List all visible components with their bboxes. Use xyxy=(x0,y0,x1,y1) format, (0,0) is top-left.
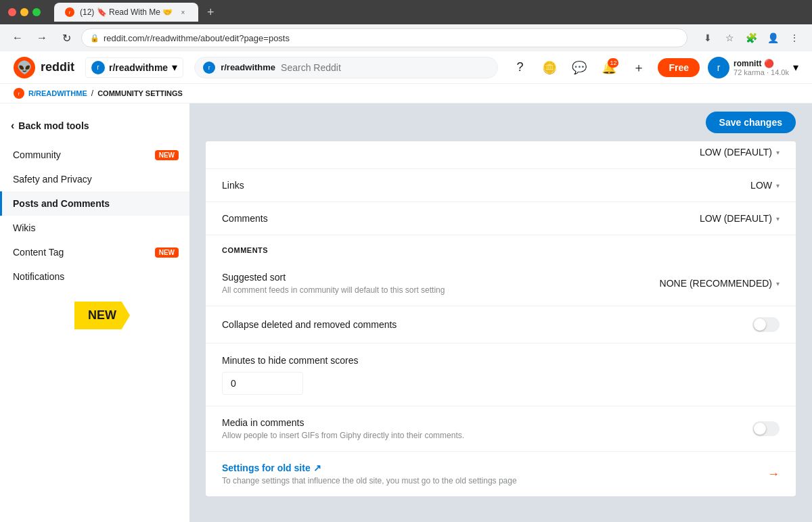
arrow-right-icon[interactable]: → xyxy=(767,467,780,481)
sidebar-item-label: Safety and Privacy xyxy=(13,174,92,185)
comments-filter-dropdown[interactable]: LOW (DEFAULT) ▾ xyxy=(700,213,780,224)
old-site-sub: To change settings that influence the ol… xyxy=(222,476,517,485)
settings-card: LOW (DEFAULT) ▾ Links LOW ▾ xyxy=(206,141,796,496)
chevron-down-icon: ▾ xyxy=(172,61,177,74)
collapse-deleted-toggle[interactable] xyxy=(752,317,780,332)
chevron-down-icon: ▾ xyxy=(776,149,780,156)
subreddit-selector[interactable]: r r/readwithme ▾ xyxy=(85,57,183,78)
new-badge-content: NEW xyxy=(155,247,179,258)
hide-scores-input[interactable] xyxy=(222,372,303,395)
media-comments-toggle[interactable] xyxy=(752,421,780,436)
suggested-sort-sub: All comment feeds in community will defa… xyxy=(222,285,445,295)
profile-icon[interactable]: 👤 xyxy=(763,28,782,47)
breadcrumb: r R/READWITHME / COMMUNITY SETTINGS xyxy=(0,84,812,103)
bell-icon[interactable]: 🔔 12 xyxy=(598,57,620,78)
forward-button[interactable]: → xyxy=(32,28,51,47)
username: romnitt 🔴 xyxy=(734,59,789,68)
collapse-deleted-row: Collapse deleted and removed comments xyxy=(206,306,796,343)
new-badge: NEW xyxy=(155,150,179,160)
coins-icon[interactable]: 🪙 xyxy=(539,57,560,78)
reddit-icon: 👽 xyxy=(14,57,35,78)
media-comments-row: Media in comments Allow people to insert… xyxy=(206,406,796,452)
section-title-comments: COMMENTS xyxy=(222,246,268,254)
partial-dropdown[interactable]: LOW (DEFAULT) ▾ xyxy=(700,147,780,158)
old-site-info: Settings for old site ↗ To change settin… xyxy=(222,462,517,485)
comments-section-header: COMMENTS xyxy=(206,235,796,261)
tab-title: (12) 🔖 Read With Me 🤝 xyxy=(80,7,173,17)
links-label: Links xyxy=(222,180,244,191)
user-chevron-icon: ▾ xyxy=(793,61,798,74)
sidebar-nav: Community NEW Safety and Privacy Posts a… xyxy=(0,143,189,289)
new-feature-tooltip: NEW xyxy=(74,302,130,329)
sidebar-item-label: Wikis xyxy=(13,222,35,233)
partial-value: LOW (DEFAULT) xyxy=(700,147,772,158)
tab-bar: r (12) 🔖 Read With Me 🤝 × + xyxy=(54,3,804,22)
new-tab-button[interactable]: + xyxy=(201,3,220,22)
user-avatar: r xyxy=(708,57,729,78)
address-bar[interactable]: 🔒 reddit.com/r/readwithme/about/edit?pag… xyxy=(81,28,687,47)
page-header: Save changes xyxy=(189,103,812,141)
browser-tab[interactable]: r (12) 🔖 Read With Me 🤝 × xyxy=(54,3,198,22)
suggested-sort-row: Suggested sort All comment feeds in comm… xyxy=(206,261,796,306)
browser-titlebar: r (12) 🔖 Read With Me 🤝 × + xyxy=(0,0,812,24)
search-bar[interactable]: r r/readwithme xyxy=(194,57,498,78)
media-comments-info: Media in comments Allow people to insert… xyxy=(222,417,464,440)
sidebar-item-label: Posts and Comments xyxy=(13,198,110,209)
back-mod-tools-link[interactable]: ‹ Back mod tools xyxy=(0,114,189,137)
breadcrumb-subreddit[interactable]: R/READWITHME xyxy=(28,89,87,97)
comments-filter-row: Comments LOW (DEFAULT) ▾ xyxy=(206,202,796,235)
links-dropdown[interactable]: LOW ▾ xyxy=(750,180,780,191)
menu-icon[interactable]: ⋮ xyxy=(785,28,804,47)
sidebar-item-label: Notifications xyxy=(13,271,64,282)
sidebar-item-notifications[interactable]: Notifications xyxy=(0,264,189,289)
chat-icon[interactable]: 💬 xyxy=(568,57,590,78)
links-value: LOW xyxy=(750,180,772,191)
browser-controls: ← → ↻ 🔒 reddit.com/r/readwithme/about/ed… xyxy=(0,24,812,51)
back-arrow-icon: ‹ xyxy=(11,120,14,132)
breadcrumb-separator: / xyxy=(91,89,93,98)
save-changes-button[interactable]: Save changes xyxy=(706,112,796,133)
download-icon[interactable]: ⬇ xyxy=(698,28,717,47)
suggested-sort-label: Suggested sort xyxy=(222,272,445,283)
sidebar-item-content-tag[interactable]: Content Tag NEW xyxy=(0,240,189,264)
tab-favicon: r xyxy=(65,7,74,17)
hide-scores-row: Minutes to hide comment scores xyxy=(206,343,796,406)
refresh-button[interactable]: ↻ xyxy=(57,28,76,47)
partial-row: LOW (DEFAULT) ▾ xyxy=(206,141,796,169)
add-icon[interactable]: ＋ xyxy=(628,57,650,78)
url-text: reddit.com/r/readwithme/about/edit?page=… xyxy=(104,33,290,43)
reddit-wordmark: reddit xyxy=(41,60,74,74)
comments-filter-label: Comments xyxy=(222,213,268,224)
suggested-sort-value: NONE (RECOMMENDED) xyxy=(660,278,772,289)
free-button[interactable]: Free xyxy=(658,58,700,77)
back-link-label: Back mod tools xyxy=(18,120,89,131)
chevron-down-icon: ▾ xyxy=(776,280,780,287)
maximize-traffic-light[interactable] xyxy=(32,8,41,16)
search-input[interactable] xyxy=(281,62,489,73)
sidebar-item-safety[interactable]: Safety and Privacy xyxy=(0,167,189,191)
user-details: romnitt 🔴 72 karma · 14.0k xyxy=(734,59,789,76)
sidebar-item-label: Community xyxy=(13,149,61,160)
minimize-traffic-light[interactable] xyxy=(20,8,28,16)
collapse-deleted-label: Collapse deleted and removed comments xyxy=(222,319,397,330)
search-sub-label: r/readwithme xyxy=(221,62,275,72)
reddit-logo[interactable]: 👽 reddit xyxy=(14,57,74,78)
suggested-sort-info: Suggested sort All comment feeds in comm… xyxy=(222,272,445,295)
external-link-icon: ↗ xyxy=(313,462,321,473)
old-site-link[interactable]: Settings for old site ↗ xyxy=(222,462,517,473)
help-icon[interactable]: ? xyxy=(509,57,531,78)
close-traffic-light[interactable] xyxy=(8,8,16,16)
notification-count: 12 xyxy=(608,58,618,68)
extensions-icon[interactable]: 🧩 xyxy=(742,28,761,47)
bookmark-icon[interactable]: ☆ xyxy=(720,28,739,47)
user-menu[interactable]: r romnitt 🔴 72 karma · 14.0k ▾ xyxy=(708,57,798,78)
sidebar-item-wikis[interactable]: Wikis xyxy=(0,216,189,240)
sidebar-item-community[interactable]: Community NEW xyxy=(0,143,189,167)
back-button[interactable]: ← xyxy=(8,28,27,47)
page-content: Save changes LOW (DEFAULT) ▾ Links xyxy=(189,103,812,522)
browser-actions: ⬇ ☆ 🧩 👤 ⋮ xyxy=(698,28,804,47)
suggested-sort-dropdown[interactable]: NONE (RECOMMENDED) ▾ xyxy=(660,278,780,289)
tab-close-button[interactable]: × xyxy=(178,7,187,17)
sidebar-item-posts[interactable]: Posts and Comments xyxy=(0,191,189,216)
old-site-row: Settings for old site ↗ To change settin… xyxy=(206,452,796,496)
